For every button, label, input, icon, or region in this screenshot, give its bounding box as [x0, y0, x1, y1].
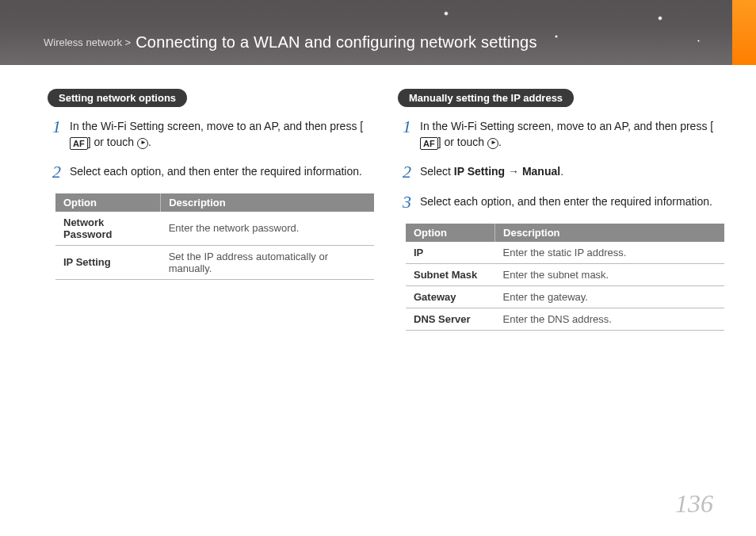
- table-row: IP Setting Set the IP address automatica…: [55, 245, 374, 279]
- header-description: Description: [495, 224, 724, 242]
- table-header-row: Option Description: [406, 224, 724, 242]
- cell-desc: Set the IP address automatically or manu…: [161, 245, 374, 279]
- header: Wireless network > Connecting to a WLAN …: [0, 0, 756, 65]
- cell-option: Gateway: [406, 285, 495, 308]
- cell-option: Subnet Mask: [406, 263, 495, 285]
- step-number: 2: [403, 163, 417, 181]
- step-2-right: 2 Select IP Setting → Manual.: [403, 163, 716, 181]
- step-text: Select each option, and then enter the r…: [70, 163, 366, 181]
- header-option: Option: [55, 193, 161, 212]
- cell-option: IP: [406, 242, 495, 264]
- cell-desc: Enter the gateway.: [495, 285, 724, 308]
- touch-icon: [487, 138, 498, 149]
- cell-option: DNS Server: [406, 308, 495, 330]
- column-left: Setting network options 1 In the Wi-Fi S…: [48, 89, 366, 331]
- section-pill-left: Setting network options: [48, 89, 187, 107]
- breadcrumb: Wireless network >: [44, 36, 131, 48]
- table-header-row: Option Description: [55, 193, 374, 212]
- sparkle-icon: [658, 16, 662, 21]
- column-right: Manually setting the IP address 1 In the…: [398, 89, 716, 331]
- table-row: DNS Server Enter the DNS address.: [406, 308, 724, 330]
- step-3-right: 3 Select each option, and then enter the…: [403, 193, 716, 211]
- step-number: 1: [52, 118, 67, 151]
- page-number: 136: [675, 489, 713, 519]
- cell-desc: Enter the DNS address.: [495, 308, 724, 330]
- step-1-right: 1 In the Wi-Fi Setting screen, move to a…: [403, 118, 716, 151]
- header-option: Option: [406, 224, 495, 242]
- sparkle-icon: [697, 40, 700, 42]
- step-text: In the Wi-Fi Setting screen, move to an …: [420, 118, 716, 151]
- text-fragment: ] or touch: [438, 136, 487, 148]
- step-number: 3: [403, 193, 417, 211]
- table-row: Network Password Enter the network passw…: [55, 212, 374, 246]
- page-title: Connecting to a WLAN and configuring net…: [136, 33, 536, 52]
- cell-desc: Enter the network password.: [161, 212, 374, 246]
- cell-desc: Enter the static IP address.: [495, 242, 724, 264]
- af-icon: AF: [420, 137, 438, 150]
- af-icon: AF: [70, 137, 88, 150]
- page: Wireless network > Connecting to a WLAN …: [0, 0, 756, 536]
- text-fragment: .: [498, 136, 502, 148]
- cell-option: Network Password: [55, 212, 161, 246]
- text-fragment: ] or touch: [88, 136, 137, 148]
- step-number: 1: [403, 118, 417, 151]
- table-row: IP Enter the static IP address.: [406, 242, 724, 264]
- body: Setting network options 1 In the Wi-Fi S…: [0, 65, 756, 331]
- text-fragment: .: [560, 165, 563, 178]
- step-1-left: 1 In the Wi-Fi Setting screen, move to a…: [52, 118, 366, 151]
- options-table-right: Option Description IP Enter the static I…: [406, 224, 724, 331]
- cell-desc: Enter the subnet mask.: [495, 263, 724, 285]
- text-fragment: In the Wi-Fi Setting screen, move to an …: [420, 120, 713, 132]
- step-number: 2: [52, 163, 67, 181]
- step-text: In the Wi-Fi Setting screen, move to an …: [70, 118, 366, 151]
- text-fragment: .: [148, 136, 151, 148]
- step-2-left: 2 Select each option, and then enter the…: [52, 163, 366, 181]
- text-fragment: In the Wi-Fi Setting screen, move to an …: [70, 120, 363, 132]
- section-pill-right: Manually setting the IP address: [398, 89, 574, 107]
- cell-option: IP Setting: [55, 245, 161, 279]
- step-text: Select each option, and then enter the r…: [420, 193, 716, 211]
- sparkle-icon: [444, 11, 449, 16]
- table-row: Subnet Mask Enter the subnet mask.: [406, 263, 724, 285]
- orange-tab: [732, 0, 756, 65]
- sparkle-icon: [555, 35, 558, 38]
- step-text: Select IP Setting → Manual.: [420, 163, 716, 181]
- text-bold: Manual: [522, 165, 560, 178]
- touch-icon: [137, 138, 148, 149]
- options-table-left: Option Description Network Password Ente…: [55, 193, 374, 280]
- table-row: Gateway Enter the gateway.: [406, 285, 724, 308]
- header-description: Description: [161, 193, 374, 212]
- text-bold: IP Setting: [454, 165, 505, 178]
- text-fragment: →: [505, 165, 522, 178]
- text-fragment: Select: [420, 165, 454, 178]
